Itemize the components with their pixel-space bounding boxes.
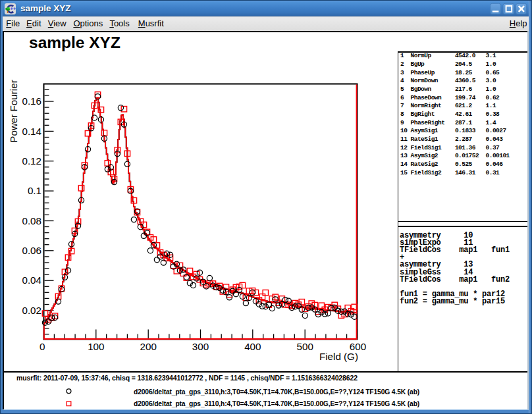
svg-text:0.02: 0.02 bbox=[22, 305, 41, 316]
svg-text:Field (G): Field (G) bbox=[319, 351, 358, 362]
svg-text:0.08: 0.08 bbox=[22, 215, 41, 226]
svg-text:0.04: 0.04 bbox=[22, 274, 41, 286]
svg-text:400: 400 bbox=[244, 341, 261, 352]
svg-text:300: 300 bbox=[192, 341, 209, 352]
svg-text:200: 200 bbox=[140, 341, 157, 352]
svg-text:0.06: 0.06 bbox=[22, 245, 41, 256]
svg-text:Power Fourier: Power Fourier bbox=[8, 80, 19, 142]
svg-text:0.16: 0.16 bbox=[22, 95, 41, 107]
svg-text:0: 0 bbox=[40, 341, 45, 352]
svg-text:0.1: 0.1 bbox=[28, 185, 41, 196]
svg-text:0.14: 0.14 bbox=[22, 126, 41, 137]
svg-text:100: 100 bbox=[88, 341, 104, 352]
svg-text:500: 500 bbox=[297, 341, 313, 352]
svg-text:0.12: 0.12 bbox=[22, 155, 41, 167]
svg-text:600: 600 bbox=[350, 341, 366, 352]
